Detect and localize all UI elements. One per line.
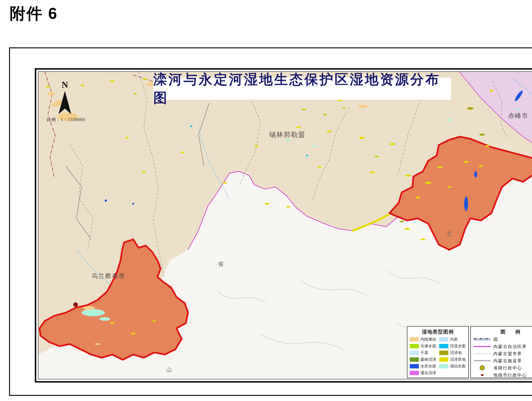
legend-item: 沼泽草地 (439, 357, 466, 362)
legend-label: 内蒙古盟市界 (493, 351, 532, 357)
legend-swatch (439, 337, 448, 342)
attachment-label: 附件 6 (10, 3, 58, 24)
legend-item: 内陆滩涂 (410, 337, 437, 342)
wetland-legend: 湿地类型图例 内陆滩涂坑塘水面干渠森林沼泽水库水面灌丛沼泽沟渠河流水面沼泽地沼泽… (407, 326, 469, 378)
north-label: N (57, 80, 73, 89)
legend-label: 内蒙古自治区界 (493, 344, 532, 349)
region-boundary-icon (474, 346, 491, 347)
legend-label: 内陆滩涂 (420, 337, 436, 342)
legend-item: 灌丛沼泽 (410, 370, 437, 375)
legend-label: 国界 (493, 336, 532, 342)
legend-swatch (439, 344, 448, 348)
map-label-sheng: 省 (218, 260, 224, 268)
legend-item: 省级行政中心 (473, 365, 532, 370)
league-boundary-icon (474, 353, 491, 354)
legend-label: 地级市行政中心 (493, 372, 532, 378)
legend-label: 省级行政中心 (493, 365, 532, 371)
legend-swatch (410, 344, 419, 348)
city-marker (73, 302, 78, 307)
legend-label: 沼泽草地 (450, 357, 466, 362)
legend-item: 河流水面 (439, 343, 466, 349)
national-boundary-icon (474, 338, 491, 341)
legend-item: 湖泊水面 (439, 363, 466, 369)
document-page: { "page": { "attachment_label": "附件 6" }… (0, 0, 532, 401)
legend-swatch (439, 357, 448, 362)
legend-item: 森林沼泽 (410, 357, 437, 362)
legend-item: 内蒙古自治区界 (473, 344, 532, 349)
legend-label: 坑塘水面 (420, 343, 436, 349)
map-label-bei: 北 (446, 230, 453, 238)
map-label-xilingol: 锡林郭勒盟 (269, 130, 305, 139)
legend-item: 内蒙古盟市界 (473, 351, 532, 356)
legend-label: 干渠 (420, 350, 428, 356)
legend-item: 干渠 (410, 350, 437, 356)
province-capital-icon (480, 365, 485, 370)
legend-swatch (439, 364, 448, 369)
legend-item: 沼泽地 (439, 350, 466, 356)
county-boundary-icon (474, 361, 491, 361)
legend-swatch (410, 357, 419, 362)
legend-label: 沼泽地 (450, 350, 462, 356)
north-arrow-icon (58, 91, 71, 114)
legend-label: 内蒙古旗县界 (493, 358, 532, 364)
legend-swatch (439, 351, 448, 355)
wetland-legend-column: 沟渠河流水面沼泽地沼泽草地湖泊水面 (439, 337, 466, 375)
scale-text: 比例：1：1330000 (47, 116, 85, 123)
map-legend: 图 例 国界内蒙古自治区界内蒙古盟市界内蒙古旗县界省级行政中心地级市行政中心 (470, 326, 532, 378)
map-legend-title: 图 例 (473, 329, 532, 335)
map-canvas: 滦河与永定河湿地生态保护区湿地资源分布图 N 比例：1：1330000 锡林郭勒… (38, 71, 532, 379)
map-frame: 滦河与永定河湿地生态保护区湿地资源分布图 N 比例：1：1330000 锡林郭勒… (35, 68, 532, 382)
wetland-legend-column: 内陆滩涂坑塘水面干渠森林沼泽水库水面灌丛沼泽 (410, 337, 437, 375)
city-capital-icon (481, 374, 483, 376)
wetland-legend-items: 内陆滩涂坑塘水面干渠森林沼泽水库水面灌丛沼泽沟渠河流水面沼泽地沼泽草地湖泊水面 (410, 337, 466, 375)
legend-item: 国界 (473, 337, 532, 342)
legend-item: 坑塘水面 (410, 343, 437, 349)
legend-item: 沟渠 (439, 337, 466, 342)
legend-swatch (410, 371, 419, 375)
legend-item: 水库水面 (410, 363, 437, 369)
legend-swatch (410, 351, 419, 355)
map-label-shan: 山 (166, 366, 173, 374)
map-legend-items: 国界内蒙古自治区界内蒙古盟市界内蒙古旗县界省级行政中心地级市行政中心 (473, 337, 532, 378)
legend-swatch (410, 337, 419, 342)
legend-swatch (410, 364, 419, 369)
legend-label: 森林沼泽 (420, 357, 436, 362)
map-label-ulanqab: 乌兰察布市 (91, 272, 126, 280)
legend-label: 湖泊水面 (450, 363, 466, 369)
legend-label: 水库水面 (420, 363, 436, 369)
legend-item: 内蒙古旗县界 (473, 358, 532, 363)
legend-label: 灌丛沼泽 (420, 370, 436, 375)
map-label-chifeng: 赤峰市 (508, 112, 529, 120)
legend-label: 沟渠 (450, 337, 458, 342)
north-arrow: N (57, 80, 73, 114)
wetland-legend-title: 湿地类型图例 (410, 329, 466, 335)
legend-label: 河流水面 (450, 343, 466, 349)
legend-item: 地级市行政中心 (473, 372, 532, 378)
map-title: 滦河与永定河湿地生态保护区湿地资源分布图 (153, 78, 451, 100)
